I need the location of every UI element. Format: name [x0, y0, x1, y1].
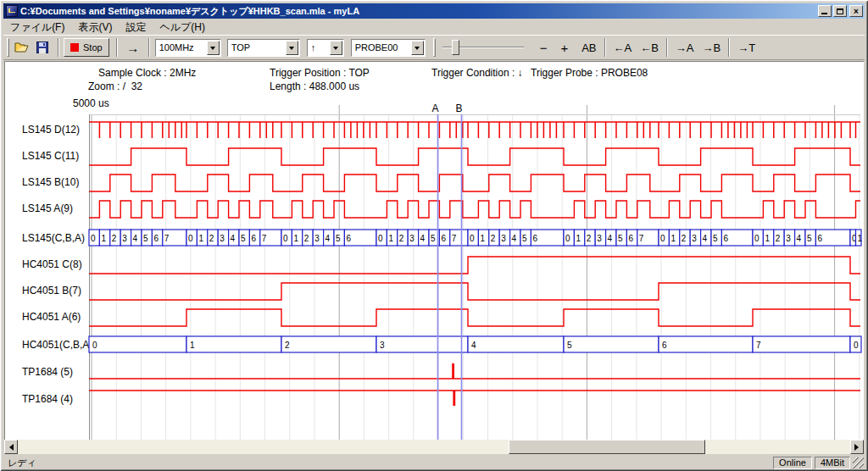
- svg-text:4: 4: [608, 234, 613, 243]
- app-icon: [6, 5, 18, 17]
- svg-text:0: 0: [92, 341, 97, 350]
- set-cursor-b-button[interactable]: →B: [698, 38, 726, 57]
- svg-text:1: 1: [198, 234, 203, 243]
- trigger-position-combo[interactable]: TOP: [227, 39, 300, 57]
- svg-text:0: 0: [565, 234, 570, 243]
- goto-cursor-b-button[interactable]: ←B: [636, 38, 663, 57]
- waveform-client-area: Sample Clock : 2MHz Trigger Position : T…: [4, 61, 864, 440]
- close-button[interactable]: ×: [849, 5, 863, 17]
- svg-text:6: 6: [662, 341, 667, 350]
- svg-text:6: 6: [153, 234, 159, 243]
- menu-item-0[interactable]: ファイル(F): [3, 19, 71, 36]
- goto-cursor-a-button[interactable]: ←A: [609, 38, 637, 57]
- menu-item-1[interactable]: 表示(V): [71, 19, 119, 36]
- toolbar-separator: [58, 38, 59, 57]
- status-bar: レディ Online 4MBit: [3, 456, 865, 469]
- sample-clock-value: 100MHz: [159, 42, 207, 53]
- app-window: C:¥Documents and Settings¥noname¥デスクトップ¥…: [0, 0, 868, 471]
- svg-text:4: 4: [797, 234, 802, 243]
- toolbar-separator: [728, 38, 730, 57]
- svg-text:1: 1: [101, 234, 106, 243]
- svg-text:1: 1: [388, 234, 393, 243]
- trigger-edge-combo[interactable]: ↑: [307, 39, 344, 57]
- toolbar-grip[interactable]: [433, 38, 436, 57]
- arrow-right-icon: [854, 444, 862, 451]
- menu-item-2[interactable]: 設定: [119, 19, 153, 36]
- svg-text:2: 2: [399, 234, 404, 243]
- combo-dropdown-button[interactable]: [286, 41, 298, 55]
- close-icon: ×: [854, 7, 859, 16]
- combo-dropdown-button[interactable]: [411, 41, 424, 55]
- combo-dropdown-button[interactable]: [330, 41, 342, 55]
- ab-cursors-button[interactable]: AB: [577, 38, 600, 57]
- zoom-in-button[interactable]: +: [556, 38, 572, 57]
- scroll-left-button[interactable]: [4, 440, 18, 454]
- svg-text:3: 3: [692, 234, 697, 243]
- svg-text:1: 1: [858, 234, 863, 243]
- svg-text:5: 5: [241, 234, 246, 243]
- memory-status-badge: 4MBit: [815, 457, 850, 469]
- save-button[interactable]: [32, 38, 53, 57]
- online-status-badge: Online: [773, 457, 812, 469]
- svg-text:1: 1: [293, 234, 298, 243]
- scrollbar-thumb[interactable]: [509, 440, 705, 454]
- toolbar-separator: [604, 38, 606, 57]
- maximize-icon: [837, 8, 843, 14]
- svg-text:2: 2: [491, 234, 496, 243]
- chevron-down-icon: [289, 47, 294, 53]
- resize-grip[interactable]: [853, 457, 864, 468]
- run-single-button[interactable]: →: [121, 38, 145, 57]
- zoom-out-button[interactable]: −: [536, 38, 552, 57]
- svg-text:2: 2: [304, 234, 309, 243]
- svg-text:3: 3: [220, 234, 225, 243]
- menu-item-3[interactable]: ヘルプ(H): [153, 19, 212, 36]
- open-folder-icon: [14, 42, 30, 53]
- svg-text:5: 5: [336, 234, 341, 243]
- stop-button[interactable]: Stop: [64, 38, 109, 57]
- chevron-down-icon: [415, 47, 420, 53]
- combo-dropdown-button[interactable]: [207, 41, 220, 55]
- zoom-slider[interactable]: [441, 38, 526, 57]
- horizontal-scrollbar[interactable]: [4, 440, 864, 454]
- toolbar-grip[interactable]: [7, 38, 9, 57]
- svg-text:1: 1: [765, 234, 770, 243]
- minimize-button[interactable]: [818, 5, 832, 17]
- open-file-button[interactable]: [12, 38, 32, 57]
- svg-text:5: 5: [143, 234, 148, 243]
- svg-text:5: 5: [522, 234, 527, 243]
- waveform-plot[interactable]: 0123456701234567012345601234567012345601…: [5, 62, 864, 440]
- svg-text:2: 2: [682, 234, 687, 243]
- trigger-probe-combo[interactable]: PROBE00: [351, 39, 426, 57]
- stop-label: Stop: [83, 42, 103, 53]
- toolbar-separator: [116, 38, 118, 57]
- svg-text:0: 0: [470, 234, 475, 243]
- svg-text:4: 4: [703, 234, 708, 243]
- svg-text:5: 5: [807, 234, 812, 243]
- scroll-right-button[interactable]: [850, 440, 864, 454]
- set-cursor-a-button[interactable]: →A: [671, 38, 698, 57]
- svg-text:4: 4: [471, 341, 476, 350]
- svg-text:3: 3: [314, 234, 320, 243]
- svg-text:3: 3: [409, 234, 415, 243]
- sample-clock-combo[interactable]: 100MHz: [155, 39, 221, 57]
- svg-text:4: 4: [133, 234, 138, 243]
- toolbar-separator: [666, 38, 668, 57]
- goto-trigger-button[interactable]: →T: [733, 38, 760, 57]
- svg-text:2: 2: [587, 234, 592, 243]
- zoom-slider-thumb[interactable]: [452, 40, 459, 55]
- maximize-button[interactable]: [833, 5, 847, 17]
- minimize-icon: [821, 13, 827, 14]
- arrow-left-icon: [6, 444, 14, 451]
- svg-text:6: 6: [817, 234, 822, 243]
- svg-text:3: 3: [380, 341, 385, 350]
- toolbar-separator: [148, 38, 150, 57]
- svg-text:1: 1: [480, 234, 485, 243]
- svg-text:4: 4: [326, 234, 331, 243]
- status-message: レディ: [3, 457, 773, 469]
- title-bar: C:¥Documents and Settings¥noname¥デスクトップ¥…: [3, 3, 865, 19]
- svg-text:7: 7: [639, 234, 644, 243]
- svg-text:5: 5: [567, 341, 572, 350]
- svg-text:4: 4: [512, 234, 517, 243]
- trigger-position-value: TOP: [231, 42, 286, 53]
- svg-text:2: 2: [209, 234, 214, 243]
